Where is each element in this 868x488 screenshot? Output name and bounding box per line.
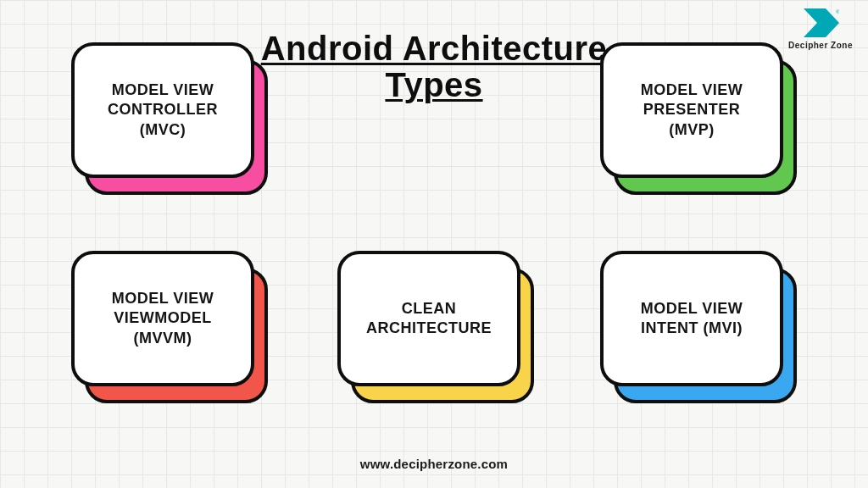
card-front: CLEAN ARCHITECTURE — [337, 251, 520, 386]
card-front: MODEL VIEW PRESENTER (MVP) — [600, 42, 783, 178]
card-label: MODEL VIEW INTENT (MVI) — [641, 299, 743, 338]
svg-text:®: ® — [836, 9, 839, 14]
card-clean: CLEAN ARCHITECTURE — [337, 251, 534, 400]
card-mvvm: MODEL VIEW VIEWMODEL (MVVM) — [71, 251, 268, 400]
card-label: MODEL VIEW PRESENTER (MVP) — [641, 80, 743, 139]
brand-name: Decipher Zone — [788, 41, 853, 50]
brand-logo: ® Decipher Zone — [788, 8, 853, 50]
card-front: MODEL VIEW CONTROLLER (MVC) — [71, 42, 254, 178]
card-label: MODEL VIEW CONTROLLER (MVC) — [108, 80, 218, 139]
card-mvp: MODEL VIEW PRESENTER (MVP) — [600, 42, 797, 191]
card-front: MODEL VIEW INTENT (MVI) — [600, 251, 783, 386]
card-mvi: MODEL VIEW INTENT (MVI) — [600, 251, 797, 400]
svg-marker-0 — [804, 8, 839, 37]
diagram-title: Android Architecture Types — [217, 30, 651, 103]
decipherzone-logo-icon: ® — [802, 8, 839, 37]
footer-url: www.decipherzone.com — [360, 457, 508, 471]
card-label: CLEAN ARCHITECTURE — [366, 299, 492, 338]
card-front: MODEL VIEW VIEWMODEL (MVVM) — [71, 251, 254, 386]
card-mvc: MODEL VIEW CONTROLLER (MVC) — [71, 42, 268, 191]
card-label: MODEL VIEW VIEWMODEL (MVVM) — [112, 289, 214, 347]
